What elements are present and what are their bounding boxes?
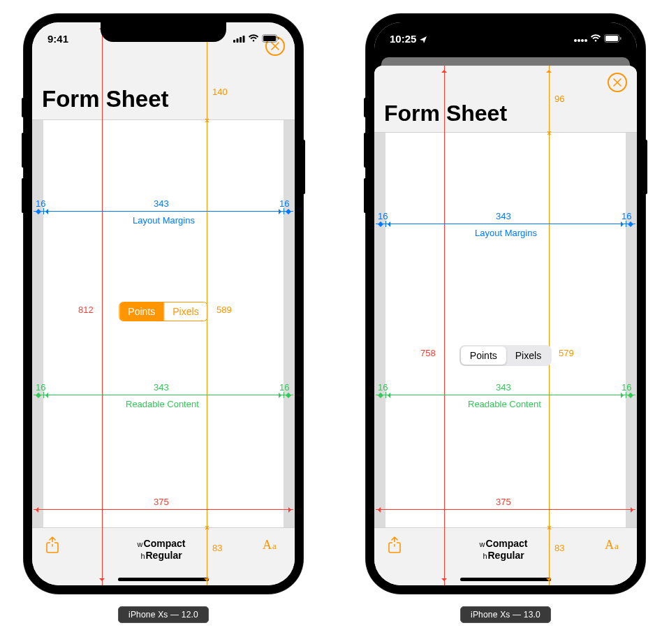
svg-text:A: A [263,538,272,552]
device-frame: 10:25 Form Sheet [366,14,645,594]
svg-rect-3 [243,36,245,43]
notch [443,22,568,42]
toolbar: wCompact hRegular Aa [374,527,637,585]
toolbar: wCompact hRegular Aa [32,527,295,585]
text-size-button[interactable]: Aa [263,536,282,552]
svg-rect-8 [50,542,54,544]
svg-rect-0 [233,40,235,43]
page-title: Form Sheet [42,86,169,112]
segment-points[interactable]: Points [119,302,163,321]
segment-pixels[interactable]: Pixels [163,302,207,321]
close-button[interactable] [608,73,627,92]
unit-segmented-control[interactable]: Points Pixels [460,345,552,366]
svg-text:A: A [605,538,614,552]
status-right [233,33,279,45]
margin-indicator-left [374,133,385,527]
wifi-icon [248,33,259,45]
device-caption: iPhone Xs — 13.0 [460,606,551,623]
svg-text:a: a [615,541,619,551]
margin-indicator-right [626,133,637,527]
phone-left: 9:41 Form Sheet wCompact hRegul [24,14,303,623]
svg-rect-6 [278,37,279,40]
svg-rect-5 [263,36,276,41]
device-caption: iPhone Xs — 12.0 [118,606,209,623]
margin-indicator-left [32,120,43,527]
screen: 10:25 Form Sheet [374,22,637,585]
notch [101,22,226,42]
page-title: Form Sheet [384,101,507,126]
svg-rect-19 [392,542,397,544]
home-indicator [460,578,551,581]
status-time: 9:41 [47,33,68,45]
content-area [374,133,637,527]
phone-right: 10:25 Form Sheet [366,14,645,623]
svg-text:a: a [272,541,277,551]
segment-points[interactable]: Points [461,346,506,365]
margin-indicator-right [284,120,295,527]
segment-pixels[interactable]: Pixels [506,346,550,365]
modal-sheet: Form Sheet wCompact hRegular Aa 96837585… [374,66,637,585]
size-class-label: wCompact hRegular [60,536,263,562]
screen: 9:41 Form Sheet wCompact hRegul [32,22,295,585]
device-frame: 9:41 Form Sheet wCompact hRegul [24,14,303,594]
svg-rect-2 [240,37,242,43]
svg-rect-1 [237,38,239,43]
share-button[interactable] [45,536,60,555]
unit-segmented-control[interactable]: Points Pixels [119,302,207,321]
share-button[interactable] [387,536,402,555]
size-class-label: wCompact hRegular [402,536,605,562]
text-size-button[interactable]: Aa [605,536,624,552]
content-area [32,120,295,527]
home-indicator [118,578,209,581]
cellular-icon [233,33,245,45]
nav-header: Form Sheet [374,66,637,133]
battery-icon [262,33,279,45]
